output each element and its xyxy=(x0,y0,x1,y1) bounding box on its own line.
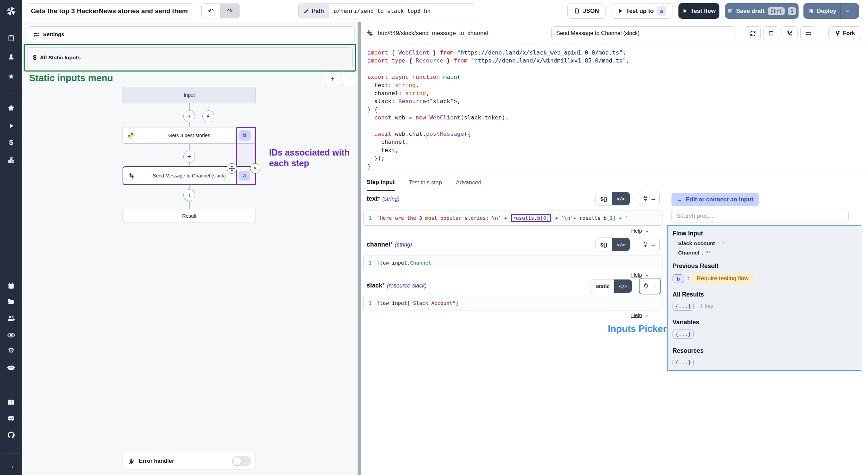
hub-script-path[interactable]: hub/849/slack/send_message_to_channel xyxy=(378,22,488,44)
field-channel-connect-button[interactable]: → xyxy=(639,237,660,252)
delete-step-button[interactable]: × xyxy=(250,163,260,174)
move-step-handle[interactable] xyxy=(227,163,237,174)
step-header: hub/849/slack/send_message_to_channel Fo… xyxy=(361,22,868,44)
field-slack-mode-toggle[interactable]: Static </> xyxy=(591,279,632,293)
error-handler-card[interactable]: Error handler xyxy=(123,453,256,469)
path-label: Path xyxy=(299,4,329,18)
path-control[interactable]: Path u/henri/send_to_slack_top3_hn xyxy=(298,3,476,18)
save-draft-button[interactable]: Save draft Ctrl S xyxy=(725,3,799,19)
code-editor[interactable]: import { WebClient } from "https://deno.… xyxy=(361,44,868,174)
tab-advanced[interactable]: Advanced xyxy=(456,174,481,191)
step-tabs: Step Input Test this step Advanced xyxy=(361,174,868,191)
variables-dollar-icon[interactable]: $ xyxy=(0,135,22,149)
insert-step-button[interactable]: + xyxy=(183,110,195,122)
pencil-icon xyxy=(303,8,309,14)
undo-redo-group: ↶ ↷ xyxy=(201,3,240,18)
inputs-picker-annotation: Inputs Picker xyxy=(583,324,667,334)
favorites-star-icon[interactable]: ★ xyxy=(0,69,22,83)
field-channel-mode-toggle[interactable]: ${} </> xyxy=(595,238,630,251)
expand-square-icon-button[interactable] xyxy=(763,26,779,40)
all-results-title: All Results xyxy=(673,291,856,298)
webhook-phone-icon-button[interactable] xyxy=(782,26,798,40)
audit-eye-icon[interactable] xyxy=(0,328,22,342)
arrow-left-icon: ← xyxy=(677,196,683,203)
resources-boxes-icon[interactable] xyxy=(0,153,22,167)
step-b-id-badge[interactable]: b xyxy=(239,130,251,141)
error-handler-toggle[interactable] xyxy=(232,456,251,466)
field-channel-help[interactable]: Help⌄ xyxy=(631,272,649,278)
schedules-calendar-icon[interactable] xyxy=(0,279,22,293)
field-channel-expression-editor[interactable]: 1 flow_input.Channel xyxy=(363,256,662,270)
edit-or-connect-button[interactable]: ← Edit or connect an input xyxy=(671,193,759,206)
home-icon[interactable] xyxy=(0,101,22,115)
user-icon[interactable] xyxy=(0,50,22,64)
play-icon xyxy=(682,8,687,14)
trigger-bolt-button[interactable] xyxy=(202,110,214,122)
field-text-mode-toggle[interactable]: ${} </> xyxy=(595,192,630,206)
search-prop-input[interactable] xyxy=(671,209,849,223)
field-text-expression-editor[interactable]: 1 `Here are the 3 most popular stories: … xyxy=(363,210,662,226)
flow-input-title: Flow Input xyxy=(673,230,856,237)
deploy-button[interactable]: Deploy xyxy=(803,3,859,19)
tab-test-this-step[interactable]: Test this step xyxy=(409,174,442,191)
resources-object-chip[interactable]: {...} xyxy=(673,358,694,367)
zoom-in-button[interactable]: + xyxy=(325,72,340,86)
slack-icon xyxy=(366,29,374,37)
redo-icon: ↷ xyxy=(227,7,233,15)
field-text-connect-button[interactable]: → xyxy=(639,191,660,206)
flow-result-node[interactable]: Result xyxy=(123,209,256,223)
workspace-building-icon[interactable] xyxy=(0,31,22,45)
prop-slack-account[interactable]: Slack Account:"" xyxy=(678,240,856,247)
docs-book-icon[interactable] xyxy=(0,395,22,409)
test-flow-button[interactable]: Test flow xyxy=(678,3,719,19)
toggle-knob xyxy=(233,457,241,465)
chevron-down-icon[interactable] xyxy=(840,3,854,19)
field-slack-label: slack*(resource-slack) xyxy=(367,282,427,289)
flow-title-input[interactable] xyxy=(26,3,194,18)
ids-annotation-text: IDs associated with each step xyxy=(269,147,351,169)
discord-icon[interactable] xyxy=(0,411,22,425)
variables-object-chip[interactable]: {...} xyxy=(673,330,694,339)
flow-input-node[interactable]: Input xyxy=(123,87,256,103)
prop-channel[interactable]: Channel:"" xyxy=(678,250,856,256)
field-text-help[interactable]: Help⌄ xyxy=(631,227,649,234)
redo-button[interactable]: ↷ xyxy=(220,4,239,18)
save-icon xyxy=(727,8,733,14)
folders-icon[interactable] xyxy=(0,295,22,309)
all-static-inputs-button[interactable]: $ All Static Inputs xyxy=(27,47,353,68)
github-icon[interactable] xyxy=(0,428,22,442)
sliders-icon xyxy=(33,31,40,38)
groups-gear-icon[interactable] xyxy=(0,311,22,325)
dollar-icon: $ xyxy=(33,54,36,61)
field-slack-help[interactable]: Help⌄ xyxy=(631,312,649,318)
prev-result-step-badge[interactable]: b xyxy=(673,274,684,283)
expand-arrow-icon[interactable]: → xyxy=(0,458,22,472)
fork-button[interactable]: Fork xyxy=(828,26,861,40)
step-a-id-badge[interactable]: a xyxy=(239,171,250,181)
test-up-to-button[interactable]: Test up to a xyxy=(611,3,673,19)
runs-play-icon[interactable] xyxy=(0,119,22,133)
flow-settings-button[interactable]: Settings xyxy=(28,26,355,42)
top-toolbar: ↶ ↷ Path u/henri/send_to_slack_top3_hn J… xyxy=(22,0,868,22)
settings-gear-icon[interactable]: ⚙ xyxy=(0,343,22,357)
all-results-object-chip[interactable]: {...} xyxy=(673,302,694,311)
diff-bench-icon-button[interactable] xyxy=(800,26,816,40)
save-icon xyxy=(808,8,813,14)
ai-robot-icon[interactable] xyxy=(0,361,22,375)
tab-step-input[interactable]: Step Input xyxy=(367,174,395,191)
resources-title: Resources xyxy=(673,347,856,355)
undo-button[interactable]: ↶ xyxy=(202,4,220,18)
reload-icon-button[interactable] xyxy=(745,26,761,40)
path-value: u/henri/send_to_slack_top3_hn xyxy=(329,4,435,18)
variables-title: Variables xyxy=(673,319,856,326)
rail-divider xyxy=(2,453,20,453)
field-slack-connect-button-active[interactable]: → xyxy=(639,278,661,294)
panel-resizer[interactable] xyxy=(358,22,361,475)
windmill-logo[interactable] xyxy=(0,0,22,22)
json-button[interactable]: JSON xyxy=(567,3,606,19)
field-slack-expression-editor[interactable]: 1 flow_input["Slack Account"] xyxy=(363,296,662,310)
insert-step-button[interactable]: + xyxy=(183,189,195,201)
step-summary-input[interactable] xyxy=(551,26,735,40)
insert-step-button[interactable]: + xyxy=(183,151,195,162)
zoom-out-button[interactable]: − xyxy=(342,72,357,86)
